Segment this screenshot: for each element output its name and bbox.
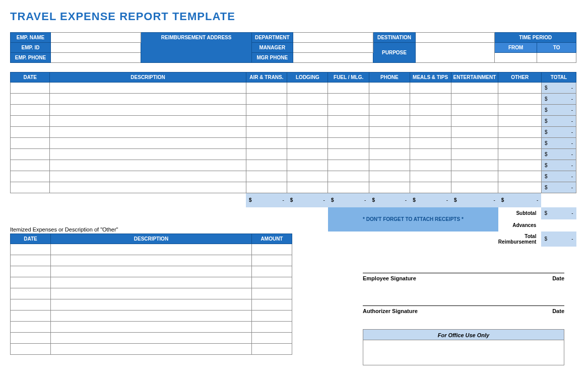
cell[interactable] [50,288,251,299]
cell[interactable] [11,160,50,171]
cell[interactable] [498,149,542,160]
cell[interactable] [11,343,51,354]
cell[interactable] [50,332,251,343]
cell[interactable] [410,127,451,138]
cell[interactable] [246,105,287,116]
cell[interactable] [50,160,246,171]
cell[interactable] [369,105,410,116]
cell[interactable] [328,182,369,193]
cell[interactable] [451,138,498,149]
cell[interactable] [287,105,328,116]
cell[interactable] [11,266,51,277]
cell[interactable] [252,266,292,277]
cell[interactable] [287,138,328,149]
cell[interactable] [410,149,451,160]
cell[interactable] [11,332,51,343]
cell[interactable] [50,171,246,182]
cell[interactable] [252,321,292,332]
input-department[interactable] [293,33,373,43]
cell[interactable] [11,105,50,116]
cell[interactable] [451,182,498,193]
input-emp-id[interactable] [50,43,141,53]
cell[interactable] [451,94,498,105]
cell[interactable] [246,149,287,160]
cell[interactable] [11,138,50,149]
cell[interactable] [50,255,251,266]
cell[interactable] [410,138,451,149]
cell[interactable] [246,171,287,182]
cell[interactable] [50,310,251,321]
cell[interactable] [11,182,50,193]
cell[interactable] [498,127,542,138]
office-use-body[interactable] [363,340,564,365]
cell[interactable] [50,299,251,310]
cell[interactable] [252,255,292,266]
cell[interactable] [50,277,251,288]
cell[interactable] [498,182,542,193]
cell[interactable] [50,266,251,277]
cell[interactable] [328,83,369,94]
cell[interactable] [498,83,542,94]
cell[interactable] [246,138,287,149]
input-to[interactable] [537,53,576,63]
cell[interactable] [246,160,287,171]
cell[interactable] [451,160,498,171]
cell[interactable] [369,182,410,193]
cell[interactable] [287,94,328,105]
cell[interactable] [11,94,50,105]
cell[interactable] [328,138,369,149]
cell[interactable] [369,160,410,171]
cell[interactable] [252,310,292,321]
cell[interactable] [11,299,51,310]
cell[interactable] [50,127,246,138]
cell[interactable] [410,171,451,182]
input-emp-name[interactable] [50,33,141,43]
cell[interactable] [50,105,246,116]
cell[interactable] [328,94,369,105]
cell[interactable] [369,116,410,127]
cell[interactable] [369,94,410,105]
cell[interactable] [11,310,51,321]
input-from[interactable] [495,53,537,63]
cell[interactable] [369,83,410,94]
cell[interactable] [328,160,369,171]
input-manager[interactable] [293,43,373,53]
cell[interactable] [498,105,542,116]
cell[interactable] [328,171,369,182]
cell[interactable] [410,105,451,116]
cell[interactable] [287,160,328,171]
cell[interactable] [287,182,328,193]
cell[interactable] [50,94,246,105]
cell[interactable] [328,149,369,160]
cell[interactable] [252,288,292,299]
cell[interactable] [11,277,51,288]
cell[interactable] [328,116,369,127]
cell[interactable] [369,138,410,149]
input-mgr-phone[interactable] [293,53,373,63]
cell[interactable] [287,149,328,160]
cell[interactable] [50,321,251,332]
cell[interactable] [498,171,542,182]
cell[interactable] [451,149,498,160]
cell[interactable] [11,171,50,182]
cell[interactable] [287,83,328,94]
cell[interactable] [50,83,246,94]
cell[interactable] [328,127,369,138]
cell[interactable] [50,116,246,127]
cell[interactable] [246,116,287,127]
cell[interactable] [451,127,498,138]
cell[interactable] [287,127,328,138]
cell[interactable] [246,94,287,105]
cell[interactable] [11,149,50,160]
cell[interactable] [50,343,251,354]
cell[interactable] [11,116,50,127]
cell[interactable] [410,182,451,193]
cell[interactable] [11,127,50,138]
cell[interactable] [451,171,498,182]
cell[interactable] [246,182,287,193]
cell[interactable] [11,255,51,266]
input-destination[interactable] [415,33,494,43]
cell[interactable] [498,94,542,105]
cell[interactable] [246,83,287,94]
cell[interactable] [410,116,451,127]
